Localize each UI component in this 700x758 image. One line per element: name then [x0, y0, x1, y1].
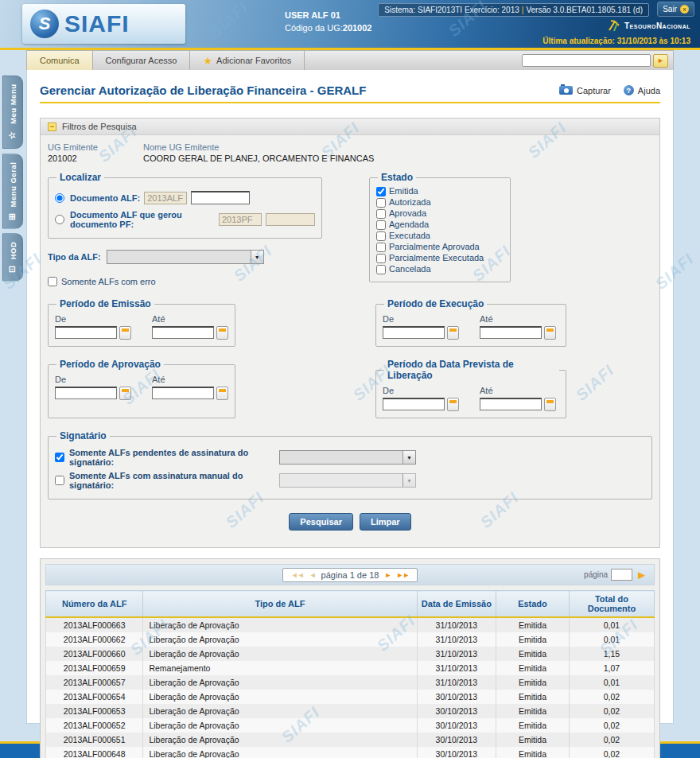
filters-header: − Filtros de Pesquisa — [41, 119, 659, 135]
calendar-button[interactable] — [119, 387, 131, 400]
filters-title: Filtros de Pesquisa — [62, 122, 137, 131]
total-cell: 0,01 — [569, 675, 654, 690]
go-page-icon[interactable]: ► — [636, 569, 648, 581]
calendar-button[interactable] — [544, 326, 556, 340]
ug-info: UG Emitente Nome UG Emitente 201002 COOR… — [41, 135, 659, 165]
doc-alf-radio[interactable] — [55, 193, 64, 203]
logout-button[interactable]: Sair x — [657, 2, 694, 17]
periodo-execucao-ate-input[interactable] — [480, 326, 542, 339]
calendar-button[interactable] — [216, 326, 228, 340]
de-label: De — [383, 314, 459, 324]
last-page-icon[interactable]: ►► — [396, 571, 409, 579]
alf-number-link[interactable]: 2013ALF000663 — [46, 617, 143, 632]
table-header-row: Número da ALF Tipo de ALF Data de Emissã… — [46, 591, 655, 618]
total-cell: 1,15 — [569, 647, 654, 661]
collapse-icon[interactable]: − — [48, 122, 56, 131]
tipo-cell: Liberação de Aprovação — [143, 747, 417, 758]
next-page-icon[interactable]: ► — [384, 571, 391, 579]
capture-button[interactable]: Capturar — [559, 86, 611, 95]
sidebar-tab-hod[interactable]: ⊡ HOD — [2, 233, 23, 281]
estado-checkbox-executada[interactable] — [376, 231, 386, 241]
last-update: Última atualização: 31/10/2013 às 10:13 — [542, 37, 690, 45]
table-row: 2013ALF000651 Liberação de Aprovação 30/… — [46, 733, 655, 747]
periodo-aprovacao-de-input[interactable] — [55, 387, 117, 399]
estado-option-label: Emitida — [389, 186, 418, 196]
pendentes-signatario-select[interactable]: ▼ — [279, 450, 416, 465]
calendar-icon — [546, 400, 554, 403]
page-jump: página ► — [584, 569, 648, 581]
alf-number-link[interactable]: 2013ALF000654 — [46, 690, 143, 704]
alf-number-link[interactable]: 2013ALF000662 — [46, 632, 143, 647]
calendar-button[interactable] — [544, 398, 556, 411]
calendar-icon — [122, 389, 129, 392]
data-cell: 31/10/2013 — [417, 617, 496, 632]
pendentes-assinatura-checkbox[interactable] — [55, 453, 64, 462]
periodo-legend: Período de Emissão — [56, 298, 154, 309]
alf-number-link[interactable]: 2013ALF000659 — [46, 661, 143, 675]
manual-signatario-value — [280, 476, 283, 485]
calendar-icon — [546, 328, 554, 332]
periodo-emissao-de-input[interactable] — [55, 326, 117, 339]
periodo-legend: Período da Data Prevista de Liberação — [384, 359, 559, 381]
siafi-logo: S SIAFI — [22, 4, 185, 44]
periodo-liberacao-de-input[interactable] — [383, 398, 445, 410]
alf-number-link[interactable]: 2013ALF000657 — [46, 675, 143, 690]
help-label: Ajuda — [638, 86, 660, 95]
estado-checkbox-emitida[interactable] — [376, 187, 386, 196]
user-info: USER ALF 01 Código da UG:201002 — [285, 9, 371, 34]
header: S SIAFI USER ALF 01 Código da UG:201002 … — [0, 0, 700, 48]
calendar-button[interactable] — [216, 387, 228, 400]
alf-number-link[interactable]: 2013ALF000652 — [46, 718, 143, 733]
tab-configurar-acesso[interactable]: Configurar Acesso — [93, 51, 191, 70]
tipo-alf-select[interactable]: ▼ — [107, 250, 264, 264]
ate-label: Até — [152, 375, 228, 384]
doc-alf-number-input[interactable] — [191, 191, 250, 204]
limpar-button[interactable]: Limpar — [360, 513, 411, 531]
data-cell: 30/10/2013 — [417, 733, 496, 747]
periodo-liberacao-ate-input[interactable] — [480, 398, 542, 410]
estado-checkbox-parcialmente-executada[interactable] — [376, 254, 386, 263]
capture-label: Capturar — [577, 86, 611, 95]
alf-number-link[interactable]: 2013ALF000653 — [46, 704, 143, 718]
quick-search-button[interactable]: ► — [653, 54, 668, 68]
estado-checkbox-parcialmente-aprovada[interactable] — [376, 243, 386, 252]
ug-label: Código da UG: — [285, 23, 343, 33]
pesquisar-button[interactable]: Pesquisar — [289, 513, 353, 531]
periodo-execucao-fieldset: Período de Execução De Até — [375, 298, 566, 347]
estado-checkbox-cancelada[interactable] — [376, 265, 386, 274]
somente-erro-checkbox[interactable] — [48, 277, 57, 286]
calendar-icon — [122, 328, 129, 332]
de-label: De — [55, 314, 131, 324]
page-jump-input[interactable] — [611, 569, 632, 581]
treasury-text: TesouroNacional — [624, 21, 690, 30]
assinatura-manual-checkbox[interactable] — [55, 476, 64, 485]
manual-signatario-select: ▼ — [279, 473, 416, 488]
tipo-cell: Liberação de Aprovação — [143, 675, 417, 690]
estado-option-label: Agendada — [389, 220, 429, 230]
periodo-execucao-de-input[interactable] — [383, 326, 445, 339]
alf-number-link[interactable]: 2013ALF000651 — [46, 733, 143, 747]
alf-number-link[interactable]: 2013ALF000648 — [46, 747, 143, 758]
data-cell: 31/10/2013 — [417, 632, 496, 647]
estado-checkbox-agendada[interactable] — [376, 220, 386, 230]
sidebar-tab-meu-menu[interactable]: ☆ Meu Menu — [2, 76, 23, 149]
periodo-emissao-ate-input[interactable] — [152, 326, 214, 339]
tab-adicionar-favoritos[interactable]: ★ Adicionar Favoritos — [190, 51, 305, 70]
calendar-button[interactable] — [447, 326, 459, 340]
tab-comunica[interactable]: Comunica — [27, 51, 93, 70]
doc-pf-radio[interactable] — [55, 215, 64, 224]
calendar-button[interactable] — [119, 326, 131, 340]
alf-number-link[interactable]: 2013ALF000660 — [46, 647, 143, 661]
sidebar-tab-menu-geral[interactable]: ⊞ Menu Geral — [2, 154, 23, 228]
logout-icon: x — [680, 5, 689, 14]
ate-label: Até — [480, 386, 556, 395]
help-button[interactable]: ? Ajuda — [624, 85, 660, 95]
prev-page-icon: ◄ — [309, 571, 316, 579]
calendar-button[interactable] — [447, 398, 459, 411]
quick-search-input[interactable] — [522, 54, 651, 67]
tipo-cell: Liberação de Aprovação — [143, 733, 417, 747]
estado-checkbox-aprovada[interactable] — [376, 209, 386, 219]
estado-checkbox-autorizada[interactable] — [376, 198, 386, 208]
periodo-aprovacao-ate-input[interactable] — [152, 387, 214, 399]
quick-search: ► — [522, 51, 673, 70]
